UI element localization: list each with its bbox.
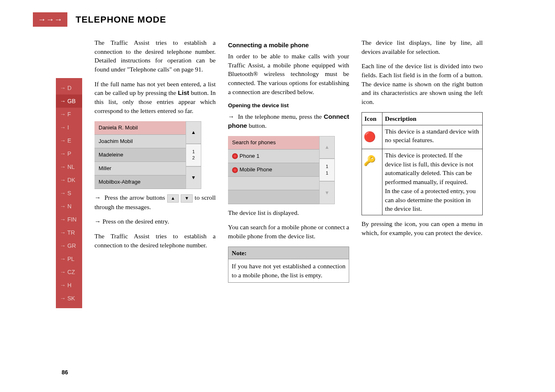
- sidebar-item[interactable]: → D: [56, 81, 82, 95]
- list-item[interactable]: Mobilbox-Abfrage: [94, 175, 186, 189]
- paragraph: The Traffic Assist tries to establish a …: [94, 38, 216, 74]
- protected-device-icon: 🔑: [362, 149, 382, 215]
- list-item-empty: [228, 177, 319, 190]
- sidebar-item[interactable]: → E: [56, 134, 82, 147]
- list-item[interactable]: Phone 1: [228, 150, 319, 163]
- content-area: The Traffic Assist tries to establish a …: [94, 35, 522, 283]
- table-cell-description: This device is a standard device with no…: [382, 125, 483, 149]
- bluetooth-icon: [232, 167, 238, 173]
- sidebar-item[interactable]: → F: [56, 108, 82, 121]
- sidebar-item[interactable]: → I: [56, 121, 82, 134]
- paragraph: You can search for a mobile phone or con…: [228, 223, 349, 240]
- icon-description-table: Icon Description 🔴 This device is a stan…: [362, 112, 483, 215]
- sidebar-item[interactable]: → S: [56, 187, 82, 200]
- scroll-up-button[interactable]: ▲: [319, 136, 335, 159]
- device-list-main: Search for phones Phone 1 Mobile Phone: [228, 136, 319, 204]
- sidebar-item[interactable]: → PL: [56, 252, 82, 265]
- language-sidebar: → D → GB → F → I → E → P → NL → DK → S →…: [56, 78, 82, 308]
- note-header: Note:: [228, 247, 349, 260]
- list-item[interactable]: Madeleine: [94, 148, 186, 162]
- sidebar-item[interactable]: → FIN: [56, 213, 82, 226]
- scroll-down-button[interactable]: ▼: [186, 166, 201, 189]
- note-box: Note: If you have not yet established a …: [228, 247, 349, 283]
- section-heading: Connecting a mobile phone: [228, 41, 349, 49]
- bluetooth-icon: [232, 153, 238, 159]
- list-button-label: List: [178, 89, 189, 96]
- table-cell-description: This device is protected. If the device …: [382, 149, 483, 215]
- page-number: 86: [62, 369, 68, 376]
- sidebar-item[interactable]: → N: [56, 200, 82, 213]
- note-body: If you have not yet established a connec…: [228, 259, 349, 282]
- paragraph: The device list displays, line by line, …: [362, 38, 483, 56]
- list-scroll-controls: ▲ 1 2 ▼: [186, 121, 201, 189]
- list-item[interactable]: Miller: [94, 162, 186, 175]
- table-header-row: Icon Description: [362, 112, 483, 125]
- subsection-heading: Opening the device list: [228, 102, 349, 110]
- instruction-bullet: In the telephone menu, press the Connect…: [228, 112, 349, 130]
- scroll-up-button[interactable]: ▲: [186, 121, 201, 144]
- page-header: →→→ TELEPHONE MODE: [33, 12, 522, 27]
- device-list-ui: Search for phones Phone 1 Mobile Phone ▲…: [228, 136, 335, 204]
- sidebar-item[interactable]: → NL: [56, 160, 82, 173]
- instruction-bullet: Press the arrow buttons ▲ ▼ to scroll th…: [94, 193, 216, 211]
- standard-device-icon: 🔴: [362, 125, 382, 149]
- column-2: Connecting a mobile phone In order to be…: [228, 38, 349, 283]
- sidebar-item[interactable]: → GB: [56, 95, 82, 108]
- page-indicator: 1 2: [186, 144, 201, 166]
- table-header-description: Description: [382, 112, 483, 125]
- paragraph: The device list is displayed.: [228, 208, 349, 217]
- paragraph: The Traffic Assist tries to establish a …: [94, 232, 216, 249]
- contacts-list-ui: Daniela R. Mobil Joachim Mobil Madeleine…: [94, 121, 201, 189]
- sidebar-item[interactable]: → TR: [56, 226, 82, 239]
- page-indicator: 1 1: [319, 159, 335, 181]
- table-row: 🔴 This device is a standard device with …: [362, 125, 483, 149]
- contacts-list-main: Daniela R. Mobil Joachim Mobil Madeleine…: [94, 121, 186, 189]
- list-scroll-controls: ▲ 1 1 ▼: [319, 136, 335, 204]
- list-item[interactable]: Search for phones: [228, 136, 319, 150]
- list-item[interactable]: Daniela R. Mobil: [94, 121, 186, 135]
- list-item-empty: [228, 190, 319, 204]
- sidebar-item[interactable]: → P: [56, 147, 82, 160]
- paragraph: In order to be able to make calls with y…: [228, 52, 349, 96]
- column-1: The Traffic Assist tries to establish a …: [94, 38, 216, 283]
- scroll-down-button[interactable]: ▼: [319, 181, 335, 204]
- sidebar-item[interactable]: → GR: [56, 239, 82, 252]
- paragraph: By pressing the icon, you can open a men…: [362, 219, 483, 237]
- instruction-bullet: Press on the desired entry.: [94, 217, 216, 226]
- list-item[interactable]: Joachim Mobil: [94, 135, 186, 148]
- arrow-up-icon: ▲: [167, 194, 179, 202]
- table-header-icon: Icon: [362, 112, 382, 125]
- sidebar-item[interactable]: → H: [56, 279, 82, 292]
- paragraph: If the full name has not yet been entere…: [94, 80, 216, 115]
- table-row: 🔑 This device is protected. If the devic…: [362, 149, 483, 215]
- header-arrows: →→→: [33, 12, 67, 27]
- page-title: TELEPHONE MODE: [76, 14, 166, 25]
- paragraph: Each line of the device list is divided …: [362, 62, 483, 106]
- column-3: The device list displays, line by line, …: [362, 38, 483, 283]
- sidebar-item[interactable]: → DK: [56, 173, 82, 187]
- sidebar-item[interactable]: → SK: [56, 292, 82, 305]
- sidebar-item[interactable]: → CZ: [56, 265, 82, 279]
- arrow-down-icon: ▼: [181, 194, 193, 202]
- list-item[interactable]: Mobile Phone: [228, 163, 319, 177]
